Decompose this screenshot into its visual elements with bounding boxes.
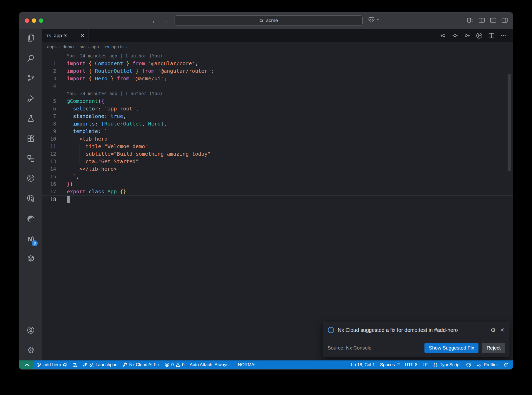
- extensions-icon: [27, 135, 35, 143]
- nx-cloud-ai-fix-button[interactable]: Nx Cloud AI Fix: [120, 360, 162, 369]
- sidebar-item-testing[interactable]: [19, 113, 42, 123]
- code-line: 4: [42, 82, 513, 90]
- remote-indicator[interactable]: ><: [19, 360, 34, 369]
- notifications-bell-button[interactable]: [501, 360, 511, 369]
- close-icon[interactable]: ✕: [500, 327, 504, 333]
- encoding-indicator[interactable]: UTF-8: [402, 360, 420, 369]
- line-number: 5: [42, 97, 56, 105]
- sidebar-item-containers[interactable]: [19, 253, 42, 263]
- panel-right-icon[interactable]: [501, 17, 508, 23]
- sidebar-item-settings[interactable]: ⚙: [19, 345, 42, 355]
- code-line: 16}): [42, 180, 513, 188]
- reject-button[interactable]: Reject: [482, 343, 505, 353]
- breadcrumb-item[interactable]: demo: [63, 44, 74, 50]
- vscode-window: ← → acme N⟩3: [19, 12, 513, 370]
- editor-lines: You, 24 minutes ago | 1 author (You)1imp…: [42, 52, 513, 203]
- line-number: 9: [42, 128, 56, 135]
- prettier-indicator[interactable]: Prettier: [474, 360, 501, 369]
- eol-indicator[interactable]: LF: [420, 360, 430, 369]
- zoom-window-button[interactable]: [39, 18, 43, 23]
- close-tab-icon[interactable]: ✕: [81, 33, 84, 38]
- panel-bottom-icon[interactable]: [490, 17, 496, 23]
- breadcrumb-item[interactable]: src: [79, 44, 85, 50]
- search-icon: [27, 54, 35, 62]
- code-line: 15 `,: [42, 173, 513, 180]
- notification-header: Nx Cloud suggested a fix for demo:test i…: [323, 322, 509, 333]
- sidebar-item-search[interactable]: [19, 53, 42, 63]
- line-number: 10: [42, 135, 56, 143]
- command-center-search[interactable]: acme: [175, 15, 363, 26]
- blame-text: You, 24 minutes ago | 1 author (You): [67, 90, 162, 97]
- breadcrumb-item[interactable]: ...: [129, 44, 133, 50]
- code-text: import { Component } from '@angular/core…: [67, 60, 198, 67]
- breadcrumb-separator: ›: [101, 45, 102, 49]
- commit-icon[interactable]: [452, 33, 458, 38]
- code-line: 1import { Component } from '@angular/cor…: [42, 60, 513, 67]
- blame-annotation: You, 24 minutes ago | 1 author (You): [42, 90, 513, 97]
- next-change-icon[interactable]: [464, 33, 470, 38]
- minimize-window-button[interactable]: [32, 18, 36, 23]
- code-line: 5@Component({: [42, 97, 513, 105]
- source-control-graph-icon[interactable]: [476, 32, 483, 39]
- nx-fix-label: Nx Cloud AI Fix: [129, 362, 159, 367]
- close-window-button[interactable]: [25, 18, 29, 23]
- cursor-position-indicator[interactable]: Ln 18, Col 1: [348, 360, 377, 369]
- scrollbar-thumb[interactable]: [508, 74, 511, 171]
- code-line: 9 template: `: [42, 128, 513, 135]
- sidebar-item-edge-browser[interactable]: [19, 214, 42, 224]
- customize-layout-icon[interactable]: [467, 17, 474, 23]
- breadcrumb-separator: ›: [59, 45, 60, 49]
- status-bar: >< add-hero Launchpad Nx Cloud AI Fix 0 …: [19, 360, 513, 369]
- sidebar-item-accounts[interactable]: [19, 325, 42, 335]
- plug-icon: [89, 363, 94, 367]
- tab-app-ts[interactable]: TS app.ts ✕: [42, 29, 89, 42]
- split-editor-icon[interactable]: [488, 33, 495, 38]
- container-icon: [27, 254, 35, 262]
- breadcrumb-item[interactable]: app.ts: [111, 44, 123, 50]
- line-number: 13: [42, 158, 56, 165]
- code-editor[interactable]: You, 24 minutes ago | 1 author (You)1imp…: [42, 52, 513, 360]
- back-arrow-icon: ←: [152, 17, 158, 25]
- navigate-forward-button[interactable]: →: [161, 16, 170, 25]
- gear-icon[interactable]: ⚙: [491, 327, 496, 333]
- sidebar-item-source-control[interactable]: [19, 73, 42, 83]
- sidebar-item-extensions[interactable]: [19, 134, 42, 143]
- launchpad-button[interactable]: Launchpad: [80, 360, 120, 369]
- sidebar-item-run-debug[interactable]: [19, 93, 42, 103]
- breadcrumb-item[interactable]: apps: [47, 44, 57, 50]
- line-number: 4: [42, 82, 56, 90]
- code-text: import { RouterOutlet } from '@angular/r…: [67, 67, 214, 75]
- sidebar-item-project-structure[interactable]: [19, 153, 42, 163]
- breadcrumb-item[interactable]: app: [91, 44, 99, 50]
- code-text: import { Hero } from '@acme/ui';: [67, 75, 167, 82]
- copilot-menu-button[interactable]: [368, 16, 380, 23]
- copilot-icon: [368, 16, 375, 23]
- compare-changes-button[interactable]: [70, 360, 80, 369]
- more-actions-icon[interactable]: [500, 33, 507, 38]
- branch-indicator[interactable]: add-hero: [34, 360, 70, 369]
- indentation-indicator[interactable]: Spaces: 2: [377, 360, 402, 369]
- auto-attach-indicator[interactable]: Auto Attach: Always: [187, 360, 231, 369]
- vim-mode-indicator[interactable]: -- NORMAL --: [231, 360, 263, 369]
- gear-icon: ⚙: [27, 346, 35, 354]
- panel-left-icon[interactable]: [478, 17, 485, 23]
- language-indicator[interactable]: {} TypeScript: [430, 360, 463, 369]
- code-text: title="Welcmoe demo": [67, 143, 148, 150]
- code-line: 2import { RouterOutlet } from '@angular/…: [42, 67, 513, 75]
- sidebar-item-explorer[interactable]: [19, 33, 42, 43]
- code-line: 17export class App {}: [42, 188, 513, 195]
- problems-indicator[interactable]: 0 0: [162, 360, 187, 369]
- sidebar-item-nx-console[interactable]: N⟩3: [19, 234, 42, 244]
- editor-cursor: [67, 196, 70, 203]
- line-number: 6: [42, 105, 56, 113]
- code-text: subtitle="Build something amazing today": [67, 150, 211, 158]
- sidebar-item-commit-search[interactable]: [19, 193, 42, 203]
- navigate-back-button[interactable]: ←: [150, 16, 159, 25]
- sidebar-item-source-control-graph[interactable]: [19, 173, 42, 183]
- show-suggested-fix-button[interactable]: Show Suggested Fix: [424, 343, 478, 353]
- code-line: 10 <lib-hero: [42, 135, 513, 143]
- previous-change-icon[interactable]: [440, 33, 446, 38]
- copilot-status-button[interactable]: [463, 360, 474, 369]
- notification-title: Nx Cloud suggested a fix for demo:test i…: [338, 327, 487, 333]
- blame-text: You, 24 minutes ago | 1 author (You): [67, 52, 162, 60]
